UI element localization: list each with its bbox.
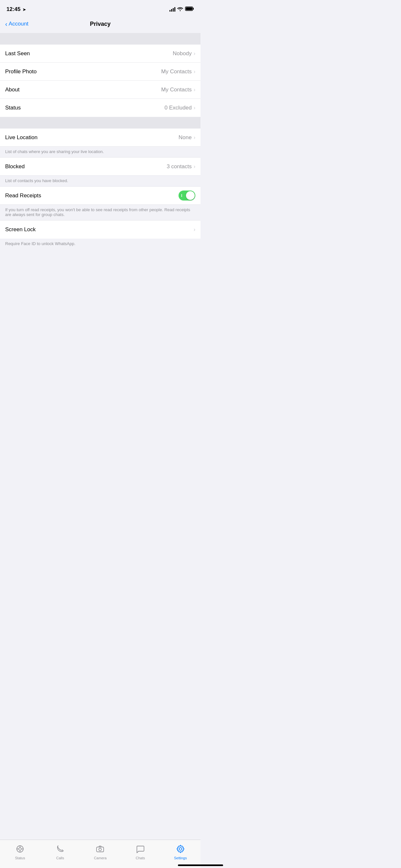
status-icons — [169, 6, 194, 12]
live-location-row[interactable]: Live Location None › — [0, 128, 201, 147]
status-value: 0 Excluded — [165, 104, 192, 111]
last-seen-label: Last Seen — [5, 51, 30, 57]
live-location-value: None — [179, 134, 192, 141]
screen-lock-right: › — [194, 227, 195, 232]
blocked-desc: List of contacts you have blocked. — [0, 176, 201, 187]
last-seen-chevron-icon: › — [194, 51, 195, 57]
about-right: My Contacts › — [161, 87, 195, 93]
status-label: Status — [5, 104, 21, 111]
profile-photo-right: My Contacts › — [161, 68, 195, 75]
about-value: My Contacts — [161, 87, 191, 93]
live-location-right: None › — [179, 134, 195, 141]
read-receipts-row[interactable]: Read Receipts I — [0, 187, 201, 205]
status-row[interactable]: Status 0 Excluded › — [0, 99, 201, 117]
svg-rect-2 — [186, 7, 192, 10]
blocked-row[interactable]: Blocked 3 contacts › — [0, 158, 201, 176]
extras-section: Live Location None › List of chats where… — [0, 128, 201, 249]
signal-bars-icon — [169, 7, 175, 11]
nav-header: ‹ Account Privacy — [0, 16, 201, 33]
status-bar: 12:45 ➤ — [0, 0, 201, 16]
visibility-section: Last Seen Nobody › Profile Photo My Cont… — [0, 44, 201, 117]
screen-lock-desc: Require Face ID to unlock WhatsApp. — [0, 239, 201, 249]
back-label: Account — [9, 21, 28, 27]
battery-icon — [185, 6, 194, 12]
wifi-icon — [177, 7, 183, 12]
blocked-label: Blocked — [5, 163, 25, 170]
about-row[interactable]: About My Contacts › — [0, 81, 201, 99]
read-receipts-toggle[interactable]: I — [179, 190, 195, 200]
toggle-knob — [186, 191, 195, 200]
svg-rect-1 — [193, 8, 194, 10]
back-chevron-icon: ‹ — [5, 21, 7, 27]
about-label: About — [5, 87, 19, 93]
status-chevron-icon: › — [194, 105, 195, 111]
last-seen-row[interactable]: Last Seen Nobody › — [0, 44, 201, 63]
back-button[interactable]: ‹ Account — [5, 21, 28, 27]
about-chevron-icon: › — [194, 87, 195, 93]
last-seen-right: Nobody › — [173, 51, 195, 57]
live-location-desc: List of chats where you are sharing your… — [0, 147, 201, 158]
content-area: Last Seen Nobody › Profile Photo My Cont… — [0, 33, 201, 282]
blocked-value: 3 contacts — [166, 163, 192, 170]
read-receipts-right: I — [179, 190, 195, 200]
profile-photo-label: Profile Photo — [5, 68, 36, 75]
status-time: 12:45 ➤ — [6, 6, 26, 12]
screen-lock-label: Screen Lock — [5, 226, 36, 233]
section-gap-1 — [0, 33, 201, 44]
live-location-chevron-icon: › — [194, 135, 195, 141]
page-title: Privacy — [90, 21, 111, 27]
profile-photo-chevron-icon: › — [194, 69, 195, 74]
profile-photo-row[interactable]: Profile Photo My Contacts › — [0, 63, 201, 81]
last-seen-value: Nobody — [173, 51, 192, 57]
screen-lock-row[interactable]: Screen Lock › — [0, 221, 201, 239]
status-right: 0 Excluded › — [165, 104, 195, 111]
profile-photo-value: My Contacts — [161, 68, 191, 75]
read-receipts-desc: If you turn off read receipts, you won't… — [0, 205, 201, 221]
section-gap-2 — [0, 117, 201, 128]
blocked-right: 3 contacts › — [166, 163, 195, 170]
read-receipts-label: Read Receipts — [5, 192, 41, 199]
toggle-on-label: I — [181, 193, 182, 198]
live-location-label: Live Location — [5, 134, 37, 141]
screen-lock-chevron-icon: › — [194, 227, 195, 232]
blocked-chevron-icon: › — [194, 164, 195, 169]
